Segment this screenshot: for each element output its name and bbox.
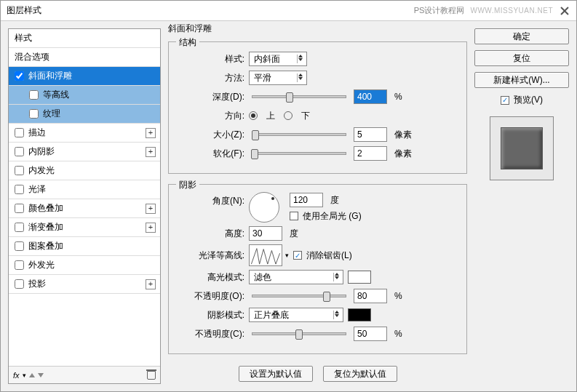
percent-unit: % (394, 92, 402, 102)
plus-icon[interactable]: + (146, 128, 156, 138)
direction-label: 方向: (179, 110, 244, 122)
px-unit: 像素 (394, 148, 412, 160)
angle-wheel[interactable] (249, 192, 279, 223)
preview-checkbox[interactable] (501, 96, 509, 105)
ok-button[interactable]: 确定 (474, 28, 569, 44)
highlight-opacity-slider[interactable] (252, 295, 346, 297)
global-light-label: 使用全局光 (G) (303, 210, 362, 223)
style-label: 渐变叠加 (28, 221, 63, 233)
reset-default-button[interactable]: 复位为默认值 (323, 366, 397, 382)
style-drop-shadow[interactable]: 投影 + (9, 275, 160, 294)
direction-up-radio[interactable] (249, 111, 258, 120)
style-gradient-overlay[interactable]: 渐变叠加 + (9, 218, 160, 237)
plus-icon[interactable]: + (146, 147, 156, 157)
layer-style-dialog: 图层样式 PS设计教程网 WWW.MISSYUAN.NET 样式 混合选项 斜面… (0, 0, 577, 392)
style-bevel-emboss[interactable]: 斜面和浮雕 (9, 67, 160, 86)
style-outer-glow[interactable]: 外发光 (9, 256, 160, 275)
style-inner-shadow[interactable]: 内阴影 + (9, 143, 160, 161)
shadow-opacity-slider[interactable] (252, 332, 346, 335)
styles-panel: 样式 混合选项 斜面和浮雕 等高线 纹理 (8, 28, 161, 384)
size-input[interactable]: 5 (354, 127, 387, 142)
altitude-input[interactable]: 30 (249, 226, 282, 241)
structure-fieldset: 结构 样式: 内斜面 方法: 平滑 深度(D): 400 % (168, 41, 467, 174)
style-checkbox[interactable] (15, 279, 24, 289)
highlight-opacity-input[interactable]: 80 (354, 289, 387, 303)
percent-unit: % (394, 291, 402, 301)
style-checkbox[interactable] (15, 128, 24, 137)
style-checkbox[interactable] (15, 166, 24, 175)
antialias-label: 消除锯齿(L) (306, 249, 352, 262)
new-style-button[interactable]: 新建样式(W)... (474, 72, 569, 88)
style-checkbox[interactable] (15, 204, 24, 213)
angle-input[interactable]: 120 (290, 193, 323, 207)
style-texture[interactable]: 纹理 (9, 105, 160, 124)
style-label: 纹理 (43, 108, 60, 120)
move-down-icon[interactable] (38, 373, 44, 377)
panel-title: 斜面和浮雕 (168, 23, 212, 35)
highlight-mode-select[interactable]: 滤色 (249, 270, 343, 284)
move-up-icon[interactable] (29, 373, 35, 377)
size-slider[interactable] (252, 133, 346, 136)
global-light-checkbox[interactable] (290, 212, 298, 220)
right-panel: 确定 复位 新建样式(W)... 预览(V) (474, 28, 569, 384)
style-inner-glow[interactable]: 内发光 (9, 161, 160, 180)
style-label: 斜面和浮雕 (28, 70, 72, 82)
gloss-contour-picker[interactable] (249, 244, 282, 266)
style-label: 内阴影 (28, 145, 55, 158)
antialias-checkbox[interactable] (293, 251, 302, 260)
px-unit: 像素 (394, 129, 412, 141)
plus-icon[interactable]: + (146, 223, 156, 233)
style-contour[interactable]: 等高线 (9, 86, 160, 105)
shadow-opacity-label: 不透明度(C): (179, 328, 244, 340)
style-checkbox[interactable] (15, 241, 24, 251)
shadow-color-swatch[interactable] (348, 308, 371, 321)
style-label: 光泽 (28, 183, 46, 196)
blend-options-row[interactable]: 混合选项 (9, 48, 160, 67)
contour-dropdown-icon[interactable]: ▾ (285, 252, 289, 259)
style-color-overlay[interactable]: 颜色叠加 + (9, 199, 160, 218)
style-checkbox[interactable] (15, 260, 24, 270)
close-icon[interactable] (559, 5, 570, 17)
style-checkbox[interactable] (15, 223, 24, 232)
style-stroke[interactable]: 描边 + (9, 124, 160, 143)
plus-icon[interactable]: + (146, 279, 156, 289)
structure-legend: 结构 (176, 36, 199, 49)
cancel-button[interactable]: 复位 (474, 50, 569, 66)
styles-header[interactable]: 样式 (9, 29, 160, 48)
depth-label: 深度(D): (179, 91, 244, 103)
highlight-color-swatch[interactable] (348, 271, 371, 284)
style-pattern-overlay[interactable]: 图案叠加 (9, 237, 160, 256)
make-default-button[interactable]: 设置为默认值 (239, 366, 313, 382)
trash-icon[interactable] (147, 371, 156, 380)
plus-icon[interactable]: + (146, 204, 156, 214)
blend-options-label: 混合选项 (15, 51, 49, 63)
fx-dropdown-icon[interactable]: ▾ (23, 372, 26, 379)
soften-input[interactable]: 2 (354, 146, 387, 161)
style-checkbox[interactable] (15, 185, 24, 194)
shadow-mode-select[interactable]: 正片叠底 (249, 308, 343, 322)
shadow-opacity-input[interactable]: 50 (354, 327, 387, 341)
depth-input[interactable]: 400 (354, 89, 387, 104)
angle-label: 角度(N): (179, 192, 244, 207)
style-satin[interactable]: 光泽 (9, 180, 160, 199)
style-label: 描边 (28, 127, 46, 139)
style-type-label: 样式: (179, 53, 244, 65)
style-checkbox[interactable] (15, 147, 24, 156)
style-checkbox[interactable] (29, 109, 39, 119)
fx-icon[interactable]: fx (13, 371, 20, 380)
depth-slider[interactable] (252, 95, 346, 98)
titlebar: 图层样式 PS设计教程网 WWW.MISSYUAN.NET (1, 1, 576, 21)
style-checkbox[interactable] (15, 71, 24, 81)
method-select[interactable]: 平滑 (249, 71, 307, 85)
style-type-select[interactable]: 内斜面 (249, 52, 307, 66)
style-label: 外发光 (28, 259, 55, 271)
style-checkbox[interactable] (29, 90, 39, 100)
direction-down-radio[interactable] (284, 111, 293, 120)
watermark-url: WWW.MISSYUAN.NET (470, 7, 553, 15)
shadow-mode-label: 阴影模式: (179, 309, 244, 321)
preview-box (490, 116, 554, 180)
style-label: 内发光 (28, 164, 55, 177)
shading-fieldset: 阴影 角度(N): 120 度 使用全局光 (G) (168, 184, 467, 354)
soften-label: 软化(F): (179, 148, 244, 160)
soften-slider[interactable] (252, 152, 346, 155)
